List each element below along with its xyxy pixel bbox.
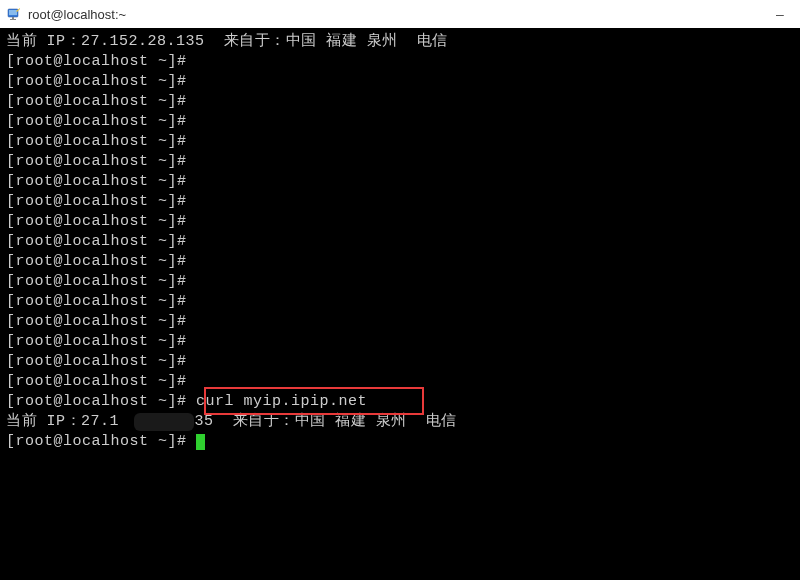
window-controls: – (772, 6, 794, 22)
empty-prompt-line: [root@localhost ~]# (6, 112, 794, 132)
putty-icon (6, 6, 22, 22)
window-title: root@localhost:~ (28, 7, 772, 22)
empty-prompt-line: [root@localhost ~]# (6, 352, 794, 372)
svg-rect-1 (9, 10, 17, 15)
empty-prompt-line: [root@localhost ~]# (6, 212, 794, 232)
empty-prompt-line: [root@localhost ~]# (6, 272, 794, 292)
empty-prompt-line: [root@localhost ~]# (6, 152, 794, 172)
command-line: [root@localhost ~]# curl myip.ipip.net (6, 392, 794, 412)
redaction-smudge (134, 413, 194, 431)
empty-prompt-line: [root@localhost ~]# (6, 132, 794, 152)
ip-info-line-2: 当前 IP：27.1135 来自于：中国 福建 泉州 电信 (6, 412, 794, 432)
empty-prompt-line: [root@localhost ~]# (6, 192, 794, 212)
empty-prompt-line: [root@localhost ~]# (6, 372, 794, 392)
empty-prompt-line: [root@localhost ~]# (6, 72, 794, 92)
empty-prompt-line: [root@localhost ~]# (6, 92, 794, 112)
empty-prompt-line: [root@localhost ~]# (6, 292, 794, 312)
terminal-body[interactable]: 当前 IP：27.152.28.135 来自于：中国 福建 泉州 电信 [roo… (0, 28, 800, 580)
current-prompt-line: [root@localhost ~]# (6, 432, 794, 452)
ip-info-pre: 当前 IP：27.1 (6, 413, 119, 430)
empty-prompt-line: [root@localhost ~]# (6, 232, 794, 252)
minimize-button[interactable]: – (772, 6, 788, 22)
command-text: curl myip.ipip.net (196, 393, 367, 410)
ip-info-post: 135 来自于：中国 福建 泉州 电信 (185, 413, 457, 430)
prompt-text: [root@localhost ~]# (6, 433, 196, 450)
terminal-window: root@localhost:~ – 当前 IP：27.152.28.135 来… (0, 0, 800, 580)
window-titlebar[interactable]: root@localhost:~ – (0, 0, 800, 28)
svg-rect-2 (12, 17, 14, 19)
empty-prompt-line: [root@localhost ~]# (6, 252, 794, 272)
prompt-text: [root@localhost ~]# (6, 393, 196, 410)
prompt-lines: [root@localhost ~]#[root@localhost ~]#[r… (6, 52, 794, 392)
empty-prompt-line: [root@localhost ~]# (6, 312, 794, 332)
ip-info-line: 当前 IP：27.152.28.135 来自于：中国 福建 泉州 电信 (6, 32, 794, 52)
empty-prompt-line: [root@localhost ~]# (6, 172, 794, 192)
empty-prompt-line: [root@localhost ~]# (6, 332, 794, 352)
empty-prompt-line: [root@localhost ~]# (6, 52, 794, 72)
cursor (196, 434, 205, 450)
svg-rect-3 (10, 19, 16, 20)
